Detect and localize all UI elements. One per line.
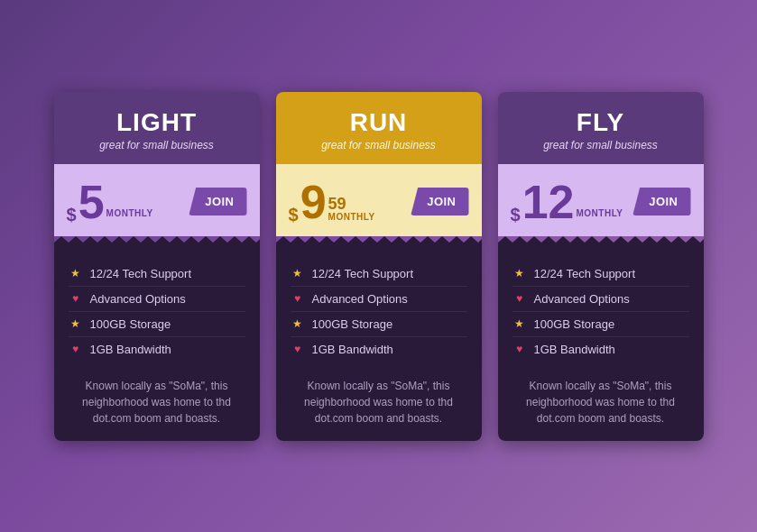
plan-body: ★ 12/24 Tech Support ♥ Advanced Options …: [276, 249, 482, 441]
feature-item: ★ 12/24 Tech Support: [69, 261, 245, 287]
feature-text: 100GB Storage: [90, 317, 171, 331]
wave-divider: [276, 236, 482, 249]
feature-text: 1GB Bandwidth: [534, 343, 615, 356]
price-main: 12: [522, 179, 575, 225]
plan-description: Known locally as "SoMa", this neighborho…: [512, 374, 689, 427]
wave-divider: [54, 236, 260, 249]
plan-name: LIGHT: [67, 108, 247, 137]
heart-icon: ♥: [69, 343, 83, 355]
plan-name: RUN: [289, 108, 469, 137]
plan-card-run: RUN great for small business $ 9 59 MONT…: [276, 92, 482, 441]
plan-tagline: great for small business: [289, 139, 469, 151]
price-dollar: $: [289, 206, 299, 224]
feature-item: ★ 100GB Storage: [512, 312, 689, 337]
star-icon: ★: [69, 267, 83, 280]
plan-description: Known locally as "SoMa", this neighborho…: [291, 374, 467, 427]
price-block: $ 9 59 MONTHLY: [289, 179, 375, 225]
join-button-light[interactable]: JOIN: [189, 188, 246, 216]
plan-header: RUN great for small business: [276, 92, 482, 164]
plan-price-area: $ 5 MONTHLY JOIN: [54, 164, 260, 236]
price-block: $ 12 MONTHLY: [511, 179, 623, 225]
plan-card-light: LIGHT great for small business $ 5 MONTH…: [54, 92, 260, 441]
plan-card-fly: FLY great for small business $ 12 MONTHL…: [498, 92, 704, 441]
price-dollar: $: [67, 206, 77, 224]
price-monthly: MONTHLY: [328, 212, 375, 222]
feature-item: ♥ 1GB Bandwidth: [69, 337, 245, 362]
feature-text: 12/24 Tech Support: [90, 267, 192, 280]
feature-text: 12/24 Tech Support: [312, 267, 414, 280]
feature-text: Advanced Options: [312, 292, 408, 306]
heart-icon: ♥: [69, 292, 83, 305]
feature-item: ★ 100GB Storage: [69, 312, 245, 337]
price-dollar: $: [511, 206, 521, 224]
star-icon: ★: [69, 317, 83, 330]
plan-tagline: great for small business: [67, 139, 247, 151]
feature-item: ♥ Advanced Options: [291, 287, 467, 312]
price-main: 5: [78, 179, 105, 225]
pricing-container: LIGHT great for small business $ 5 MONTH…: [54, 92, 704, 441]
price-block: $ 5 MONTHLY: [67, 179, 153, 225]
plan-tagline: great for small business: [511, 139, 691, 151]
price-monthly: MONTHLY: [576, 208, 623, 218]
feature-text: 100GB Storage: [534, 317, 615, 331]
plan-price-area: $ 12 MONTHLY JOIN: [498, 164, 704, 236]
heart-icon: ♥: [291, 343, 305, 355]
feature-list: ★ 12/24 Tech Support ♥ Advanced Options …: [512, 261, 689, 362]
price-cents: 59: [328, 196, 346, 212]
star-icon: ★: [291, 317, 305, 330]
feature-item: ★ 100GB Storage: [291, 312, 467, 337]
feature-text: 1GB Bandwidth: [312, 343, 393, 356]
plan-body: ★ 12/24 Tech Support ♥ Advanced Options …: [54, 249, 260, 441]
plan-price-area: $ 9 59 MONTHLY JOIN: [276, 164, 482, 236]
star-icon: ★: [512, 267, 527, 280]
feature-text: 100GB Storage: [312, 317, 393, 331]
price-monthly: MONTHLY: [106, 208, 153, 218]
feature-text: 12/24 Tech Support: [534, 267, 636, 280]
feature-text: Advanced Options: [90, 292, 186, 306]
plan-description: Known locally as "SoMa", this neighborho…: [69, 374, 245, 427]
feature-item: ♥ Advanced Options: [512, 287, 689, 312]
join-button-run[interactable]: JOIN: [411, 188, 468, 216]
star-icon: ★: [291, 267, 305, 280]
star-icon: ★: [512, 317, 527, 330]
feature-item: ★ 12/24 Tech Support: [291, 261, 467, 287]
heart-icon: ♥: [512, 292, 527, 305]
join-button-fly[interactable]: JOIN: [632, 188, 690, 216]
wave-divider: [498, 236, 704, 249]
feature-item: ♥ 1GB Bandwidth: [291, 337, 467, 362]
feature-item: ★ 12/24 Tech Support: [512, 261, 689, 287]
heart-icon: ♥: [291, 292, 305, 305]
plan-header: FLY great for small business: [498, 92, 704, 164]
feature-text: 1GB Bandwidth: [90, 343, 171, 356]
plan-header: LIGHT great for small business: [54, 92, 260, 164]
feature-item: ♥ 1GB Bandwidth: [512, 337, 689, 362]
feature-item: ♥ Advanced Options: [69, 287, 245, 312]
plan-body: ★ 12/24 Tech Support ♥ Advanced Options …: [498, 249, 704, 441]
feature-list: ★ 12/24 Tech Support ♥ Advanced Options …: [69, 261, 245, 362]
heart-icon: ♥: [512, 343, 527, 355]
feature-text: Advanced Options: [534, 292, 630, 306]
feature-list: ★ 12/24 Tech Support ♥ Advanced Options …: [291, 261, 467, 362]
plan-name: FLY: [511, 108, 691, 137]
price-main: 9: [300, 179, 327, 225]
